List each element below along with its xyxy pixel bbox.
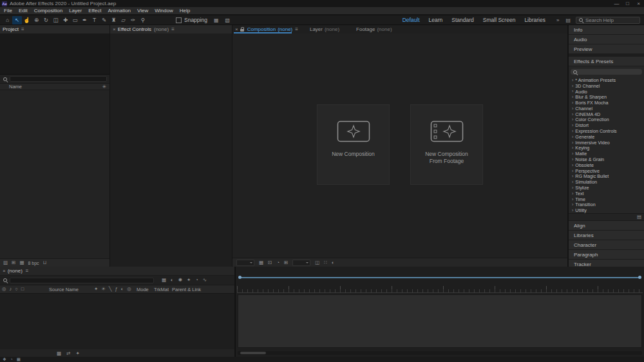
close-tab-icon[interactable]: ×	[235, 26, 238, 32]
close-tab-icon[interactable]: ×	[3, 268, 6, 274]
project-items-list[interactable]	[0, 91, 109, 258]
tab-footage[interactable]: Footage (none)	[356, 26, 392, 32]
tab-layer[interactable]: Layer (none)	[310, 26, 339, 32]
comp-mini-flowchart-icon[interactable]: ▦	[162, 278, 166, 283]
status-icon-b[interactable]: ◔	[10, 357, 13, 362]
effects-category-row[interactable]: › Matte	[569, 151, 644, 157]
expand-chevron-icon[interactable]: ›	[572, 129, 573, 133]
eraser-tool[interactable]: ▱	[118, 16, 128, 24]
collapse-transformations-icon[interactable]: ☀	[101, 287, 106, 292]
expand-chevron-icon[interactable]: ›	[572, 197, 573, 202]
graph-editor-icon[interactable]: ∿	[203, 278, 207, 283]
expand-chevron-icon[interactable]: ›	[572, 89, 573, 93]
new-composition-button[interactable]: New Composition	[317, 104, 390, 185]
interpret-footage-icon[interactable]: ▥	[3, 260, 8, 265]
expand-chevron-icon[interactable]: ›	[572, 112, 573, 117]
parent-link-column[interactable]: Parent & Link	[172, 287, 201, 292]
expand-chevron-icon[interactable]: ›	[572, 78, 573, 82]
clone-stamp-tool[interactable]: ♜	[109, 16, 118, 24]
effects-category-row[interactable]: › 3D Channel	[569, 83, 644, 89]
expand-chevron-icon[interactable]: ›	[572, 157, 573, 162]
expand-chevron-icon[interactable]: ›	[572, 202, 573, 207]
expand-chevron-icon[interactable]: ›	[572, 140, 573, 145]
mode-column[interactable]: Mode	[137, 287, 149, 292]
effect-controls-tab[interactable]: Effect Controls	[118, 26, 151, 32]
home-button[interactable]: ⌂	[3, 16, 12, 24]
snap-option-b-icon[interactable]: ▧	[225, 17, 230, 23]
name-column-header[interactable]: Name	[9, 84, 22, 90]
panel-info[interactable]: Info	[569, 25, 644, 35]
effects-category-row[interactable]: › Audio	[569, 89, 644, 95]
menu-window[interactable]: Window	[151, 8, 176, 14]
effects-category-row[interactable]: › Immersive Video	[569, 140, 644, 146]
magnification-dropdown[interactable]	[236, 260, 254, 266]
expand-chevron-icon[interactable]: ›	[572, 191, 573, 196]
effects-category-row[interactable]: › Generate	[569, 134, 644, 140]
panel-menu-icon[interactable]: ≡	[171, 26, 175, 32]
minimize-button[interactable]: —	[611, 0, 622, 7]
trash-icon[interactable]: ⊔	[43, 260, 47, 265]
new-folder-icon[interactable]: ⊞	[12, 260, 15, 265]
effects-search-box[interactable]	[571, 69, 642, 75]
workspace-libraries[interactable]: Libraries	[520, 17, 550, 23]
project-flowchart-icon[interactable]: ✳	[102, 84, 106, 90]
resolution-dropdown[interactable]	[292, 260, 310, 266]
close-tab-icon[interactable]: ×	[113, 26, 116, 32]
panel-audio[interactable]: Audio	[569, 35, 644, 44]
scrollbar-thumb[interactable]	[240, 352, 266, 354]
brush-tool[interactable]: ✎	[99, 16, 109, 24]
puppet-pin-tool[interactable]: ⚲	[138, 16, 147, 24]
effects-category-row[interactable]: › Time	[569, 196, 644, 202]
motion-blur-icon[interactable]: ◐	[121, 287, 124, 292]
effects-category-row[interactable]: › Utility	[569, 207, 644, 213]
zoom-tool[interactable]: ⊕	[32, 16, 41, 24]
effects-category-row[interactable]: › Obsolete	[569, 162, 644, 168]
camera-view-icon[interactable]: ◫	[315, 260, 319, 265]
grid-guides-icon[interactable]: ▦	[259, 260, 263, 265]
expand-chevron-icon[interactable]: ›	[572, 186, 573, 190]
status-icon-a[interactable]: ❖	[3, 357, 6, 362]
trkmat-column[interactable]: TrkMat	[154, 287, 169, 292]
timeline-tab[interactable]: (none)	[8, 268, 23, 274]
audio-toggle-icon[interactable]: ♪	[10, 287, 12, 292]
expand-chevron-icon[interactable]: ›	[572, 163, 573, 167]
expand-chevron-icon[interactable]: ›	[572, 146, 573, 150]
lock-toggle-icon[interactable]: □	[21, 287, 24, 292]
effects-category-row[interactable]: › Simulation	[569, 179, 644, 185]
menu-animation[interactable]: Animation	[104, 8, 134, 14]
exposure-icon[interactable]: ◐	[332, 260, 335, 265]
snap-option-a-icon[interactable]: ▦	[214, 17, 219, 23]
expand-chevron-icon[interactable]: ›	[572, 117, 573, 122]
quality-icon[interactable]: ╲	[109, 287, 112, 292]
project-bit-depth-button[interactable]: 8 bpc	[28, 261, 39, 265]
effects-category-row[interactable]: › Boris FX Mocha	[569, 100, 644, 106]
maximize-button[interactable]: □	[622, 0, 633, 7]
solo-toggle-icon[interactable]: ○	[15, 287, 18, 292]
effects-category-row[interactable]: › Channel	[569, 106, 644, 111]
close-button[interactable]: ×	[633, 0, 644, 7]
hide-shy-layers-icon[interactable]: ✺	[178, 278, 182, 283]
panel-preview[interactable]: Preview	[569, 44, 644, 54]
panel-effects-presets[interactable]: Effects & Presets	[569, 57, 644, 66]
draft-3d-icon[interactable]: ◐	[171, 278, 174, 283]
project-tab[interactable]: Project	[3, 26, 19, 32]
effects-category-row[interactable]: › Stylize	[569, 185, 644, 191]
shape-tool[interactable]: ▭	[70, 16, 80, 24]
expand-chevron-icon[interactable]: ›	[572, 95, 573, 99]
transparency-grid-icon[interactable]: ⊞	[284, 260, 288, 265]
effects-category-row[interactable]: › Transition	[569, 202, 644, 208]
new-composition-icon[interactable]: ▦	[19, 260, 24, 265]
pen-tool[interactable]: ✒	[80, 16, 90, 24]
effects-category-row[interactable]: › Noise & Grain	[569, 157, 644, 162]
expand-chevron-icon[interactable]: ›	[572, 180, 573, 184]
expand-chevron-icon[interactable]: ›	[572, 174, 573, 178]
menu-edit[interactable]: Edit	[15, 8, 31, 14]
effects-category-row[interactable]: › CINEMA 4D	[569, 111, 644, 117]
panel-menu-icon[interactable]: ≡	[21, 26, 24, 32]
workspace-standard[interactable]: Standard	[447, 17, 478, 23]
panel-menu-icon[interactable]: ≡	[26, 268, 29, 274]
workspace-learn[interactable]: Learn	[424, 17, 448, 23]
camera-tool[interactable]: ◫	[51, 16, 61, 24]
toggle-switches-modes-icon[interactable]: ⇄	[66, 351, 70, 356]
expand-chevron-icon[interactable]: ›	[572, 123, 573, 128]
